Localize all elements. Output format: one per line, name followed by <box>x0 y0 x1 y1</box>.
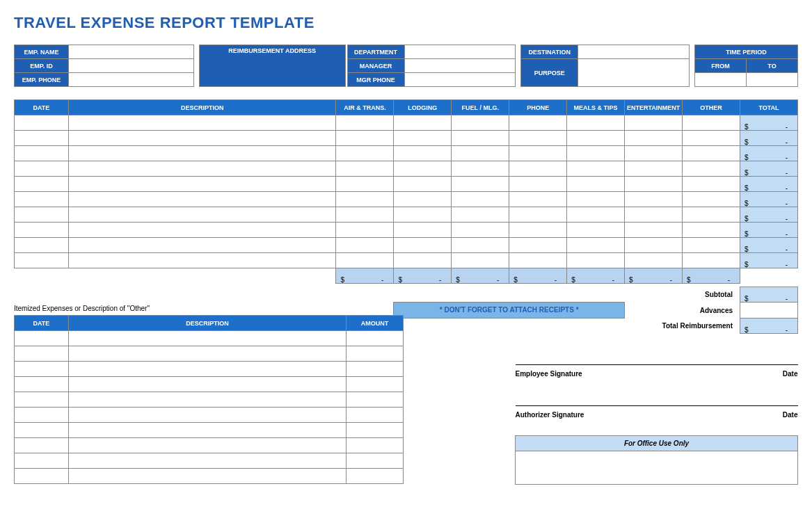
expense-cell[interactable] <box>336 238 394 253</box>
input-department[interactable] <box>404 45 516 59</box>
other-cell[interactable] <box>15 438 69 453</box>
expense-cell[interactable] <box>509 161 567 177</box>
other-cell[interactable] <box>68 423 346 438</box>
expense-cell[interactable] <box>15 115 69 131</box>
expense-cell[interactable] <box>394 161 452 177</box>
expense-cell[interactable] <box>625 238 683 253</box>
expense-cell[interactable] <box>683 207 740 223</box>
expense-cell[interactable] <box>452 177 509 192</box>
expense-cell[interactable] <box>394 207 452 223</box>
expense-cell[interactable] <box>68 253 336 268</box>
other-cell[interactable] <box>347 423 404 438</box>
expense-cell[interactable] <box>394 238 452 253</box>
expense-cell[interactable] <box>567 177 625 192</box>
expense-cell[interactable] <box>509 192 567 207</box>
input-to[interactable] <box>746 73 797 87</box>
expense-cell[interactable] <box>452 192 509 207</box>
expense-cell[interactable] <box>68 161 336 177</box>
other-cell[interactable] <box>347 377 404 392</box>
input-mgr-phone[interactable] <box>404 73 516 87</box>
expense-cell[interactable] <box>567 253 625 268</box>
expense-cell[interactable] <box>567 223 625 238</box>
input-emp-id[interactable] <box>68 59 193 73</box>
expense-cell[interactable] <box>567 192 625 207</box>
other-cell[interactable] <box>68 331 346 346</box>
expense-cell[interactable] <box>683 253 740 268</box>
expense-cell[interactable] <box>509 115 567 131</box>
other-cell[interactable] <box>347 331 404 346</box>
expense-cell[interactable] <box>336 207 394 223</box>
expense-cell[interactable] <box>625 115 683 131</box>
input-purpose[interactable] <box>578 59 690 87</box>
other-cell[interactable] <box>347 346 404 362</box>
other-cell[interactable] <box>347 408 404 423</box>
expense-cell[interactable] <box>509 131 567 146</box>
expense-cell[interactable] <box>452 115 509 131</box>
expense-cell[interactable] <box>394 146 452 161</box>
other-cell[interactable] <box>347 438 404 453</box>
expense-cell[interactable] <box>394 131 452 146</box>
expense-cell[interactable] <box>15 207 69 223</box>
expense-cell[interactable] <box>394 223 452 238</box>
expense-cell[interactable] <box>683 177 740 192</box>
expense-cell[interactable] <box>68 146 336 161</box>
other-cell[interactable] <box>68 362 346 377</box>
input-manager[interactable] <box>404 59 516 73</box>
expense-cell[interactable] <box>683 146 740 161</box>
other-cell[interactable] <box>68 469 346 484</box>
expense-cell[interactable] <box>567 131 625 146</box>
expense-cell[interactable] <box>68 223 336 238</box>
other-cell[interactable] <box>347 469 404 484</box>
other-cell[interactable] <box>15 408 69 423</box>
expense-cell[interactable] <box>68 207 336 223</box>
expense-cell[interactable] <box>683 223 740 238</box>
expense-cell[interactable] <box>509 253 567 268</box>
expense-cell[interactable] <box>452 253 509 268</box>
office-body[interactable] <box>516 451 798 484</box>
expense-cell[interactable] <box>625 207 683 223</box>
expense-cell[interactable] <box>625 253 683 268</box>
expense-cell[interactable] <box>452 161 509 177</box>
expense-cell[interactable] <box>625 146 683 161</box>
expense-cell[interactable] <box>452 238 509 253</box>
other-cell[interactable] <box>15 469 69 484</box>
expense-cell[interactable] <box>452 207 509 223</box>
expense-cell[interactable] <box>68 131 336 146</box>
expense-cell[interactable] <box>625 177 683 192</box>
input-emp-phone[interactable] <box>68 73 193 87</box>
other-cell[interactable] <box>15 453 69 469</box>
expense-cell[interactable] <box>394 115 452 131</box>
expense-cell[interactable] <box>336 115 394 131</box>
expense-cell[interactable] <box>336 253 394 268</box>
other-cell[interactable] <box>68 346 346 362</box>
expense-cell[interactable] <box>15 131 69 146</box>
other-cell[interactable] <box>15 392 69 408</box>
expense-cell[interactable] <box>336 146 394 161</box>
expense-cell[interactable] <box>683 161 740 177</box>
expense-cell[interactable] <box>394 192 452 207</box>
expense-cell[interactable] <box>683 192 740 207</box>
other-cell[interactable] <box>68 408 346 423</box>
expense-cell[interactable] <box>336 161 394 177</box>
expense-cell[interactable] <box>567 238 625 253</box>
expense-cell[interactable] <box>336 177 394 192</box>
expense-cell[interactable] <box>567 207 625 223</box>
expense-cell[interactable] <box>509 146 567 161</box>
other-cell[interactable] <box>68 453 346 469</box>
expense-cell[interactable] <box>452 146 509 161</box>
expense-cell[interactable] <box>683 131 740 146</box>
expense-cell[interactable] <box>15 161 69 177</box>
expense-cell[interactable] <box>336 131 394 146</box>
other-cell[interactable] <box>68 377 346 392</box>
expense-cell[interactable] <box>509 177 567 192</box>
other-cell[interactable] <box>68 392 346 408</box>
expense-cell[interactable] <box>625 161 683 177</box>
other-cell[interactable] <box>68 438 346 453</box>
other-cell[interactable] <box>347 453 404 469</box>
input-from[interactable] <box>695 73 747 87</box>
expense-cell[interactable] <box>15 223 69 238</box>
expense-cell[interactable] <box>567 161 625 177</box>
expense-cell[interactable] <box>509 238 567 253</box>
expense-cell[interactable] <box>15 146 69 161</box>
expense-cell[interactable] <box>625 131 683 146</box>
